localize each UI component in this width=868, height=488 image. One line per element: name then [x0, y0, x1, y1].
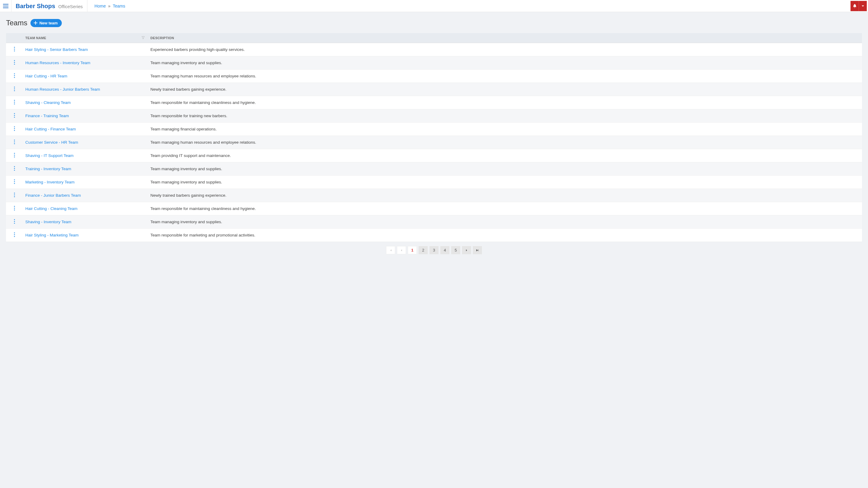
table-row: Hair Cutting - HR TeamTeam managing huma…: [6, 70, 862, 83]
more-vertical-icon: [14, 179, 15, 184]
topbar: Barber Shops OfficeSeries Home » Teams: [0, 0, 868, 12]
team-description: Team providing IT support and maintenanc…: [148, 149, 862, 162]
team-description: Team managing inventory and supplies.: [148, 162, 862, 175]
team-name-link[interactable]: Training - Inventory Team: [25, 167, 71, 171]
svg-point-34: [14, 194, 15, 195]
svg-point-3: [14, 60, 15, 61]
row-actions-button[interactable]: [14, 139, 15, 144]
team-name-link[interactable]: Shaving - Cleaning Team: [25, 100, 71, 105]
hamburger-icon: [3, 4, 8, 8]
row-actions-button[interactable]: [14, 193, 15, 197]
row-actions-button[interactable]: [14, 232, 15, 237]
team-name-link[interactable]: Marketing - Inventory Team: [25, 180, 74, 184]
team-name-link[interactable]: Hair Cutting - Cleaning Team: [25, 206, 78, 211]
breadcrumb-home[interactable]: Home: [95, 4, 106, 8]
svg-point-38: [14, 209, 15, 210]
row-actions-button[interactable]: [14, 100, 15, 104]
team-description: Team responsible for marketing and promo…: [148, 229, 862, 242]
table-row: Hair Styling - Senior Barbers TeamExperi…: [6, 43, 862, 56]
row-actions-button[interactable]: [14, 153, 15, 158]
table-row: Hair Cutting - Cleaning TeamTeam respons…: [6, 202, 862, 216]
team-description: Team managing human resources and employ…: [148, 70, 862, 83]
filter-icon[interactable]: [141, 36, 145, 40]
page-header: Teams New team: [6, 19, 862, 27]
notifications-button[interactable]: [850, 1, 859, 11]
svg-point-11: [14, 90, 15, 91]
row-actions-button[interactable]: [14, 219, 15, 224]
table-row: Hair Cutting - Finance TeamTeam managing…: [6, 123, 862, 136]
team-description: Team managing inventory and supplies.: [148, 175, 862, 189]
team-description: Team managing inventory and supplies.: [148, 216, 862, 229]
page-2[interactable]: 2: [418, 246, 428, 254]
row-actions-button[interactable]: [14, 179, 15, 184]
page-4[interactable]: 4: [440, 246, 450, 254]
more-vertical-icon: [14, 113, 15, 118]
team-description: Experienced barbers providing high-quali…: [148, 43, 862, 56]
svg-point-20: [14, 130, 15, 131]
col-actions: [6, 33, 23, 43]
col-team-name[interactable]: Team Name: [23, 33, 148, 43]
more-vertical-icon: [14, 206, 15, 210]
page-3[interactable]: 3: [430, 246, 438, 254]
row-actions-button[interactable]: [14, 113, 15, 118]
teams-table: Team Name Description Hair Styling - Sen…: [6, 33, 862, 258]
svg-point-35: [14, 196, 15, 197]
header-actions: [850, 1, 867, 11]
team-description: Team responsible for training new barber…: [148, 109, 862, 123]
svg-point-44: [14, 236, 15, 237]
more-vertical-icon: [14, 193, 15, 197]
team-name-link[interactable]: Hair Styling - Marketing Team: [25, 233, 79, 237]
team-name-link[interactable]: Human Resources - Junior Barbers Team: [25, 87, 100, 92]
row-actions-button[interactable]: [14, 47, 15, 52]
svg-point-14: [14, 103, 15, 104]
svg-point-31: [14, 181, 15, 182]
svg-point-33: [14, 193, 15, 193]
team-description: Team responsible for maintaining cleanli…: [148, 96, 862, 109]
row-actions-button[interactable]: [14, 126, 15, 131]
svg-point-29: [14, 170, 15, 170]
table-row: Human Resources - Inventory TeamTeam man…: [6, 56, 862, 70]
more-vertical-icon: [14, 126, 15, 131]
team-name-link[interactable]: Customer Service - HR Team: [25, 140, 78, 144]
row-actions-button[interactable]: [14, 60, 15, 65]
svg-point-5: [14, 64, 15, 64]
team-name-link[interactable]: Hair Styling - Senior Barbers Team: [25, 47, 88, 52]
team-name-link[interactable]: Hair Cutting - HR Team: [25, 74, 67, 78]
svg-point-13: [14, 101, 15, 102]
page-5[interactable]: 5: [451, 246, 460, 254]
team-description: Newly trained barbers gaining experience…: [148, 83, 862, 96]
svg-point-4: [14, 62, 15, 63]
team-name-link[interactable]: Human Resources - Inventory Team: [25, 61, 90, 65]
team-name-link[interactable]: Shaving - IT Support Team: [25, 153, 73, 158]
new-team-button[interactable]: New team: [30, 19, 62, 27]
svg-point-28: [14, 168, 15, 169]
row-actions-button[interactable]: [14, 166, 15, 171]
svg-point-15: [14, 113, 15, 114]
page-1[interactable]: 1: [408, 246, 417, 254]
table-row: Finance - Training TeamTeam responsible …: [6, 109, 862, 123]
team-name-link[interactable]: Finance - Training Team: [25, 113, 69, 118]
page-prev: [397, 246, 406, 254]
page-next[interactable]: [462, 246, 471, 254]
team-name-link[interactable]: Finance - Junior Barbers Team: [25, 193, 81, 198]
pagination: 12345: [6, 242, 862, 258]
user-menu-button[interactable]: [859, 1, 867, 11]
table-row: Hair Styling - Marketing TeamTeam respon…: [6, 229, 862, 242]
breadcrumb-current[interactable]: Teams: [113, 4, 125, 8]
team-name-link[interactable]: Shaving - Inventory Team: [25, 220, 71, 224]
brand[interactable]: Barber Shops OfficeSeries: [11, 0, 87, 12]
table-row: Shaving - Cleaning TeamTeam responsible …: [6, 96, 862, 109]
svg-point-26: [14, 156, 15, 157]
team-description: Team responsible for maintaining cleanli…: [148, 202, 862, 216]
menu-button[interactable]: [0, 0, 11, 12]
svg-point-23: [14, 143, 15, 144]
svg-point-12: [14, 100, 15, 101]
row-actions-button[interactable]: [14, 73, 15, 78]
team-name-link[interactable]: Hair Cutting - Finance Team: [25, 127, 76, 131]
row-actions-button[interactable]: [14, 87, 15, 91]
svg-point-25: [14, 155, 15, 156]
svg-point-24: [14, 153, 15, 154]
row-actions-button[interactable]: [14, 206, 15, 210]
page-last[interactable]: [473, 246, 482, 254]
col-description[interactable]: Description: [148, 33, 862, 43]
